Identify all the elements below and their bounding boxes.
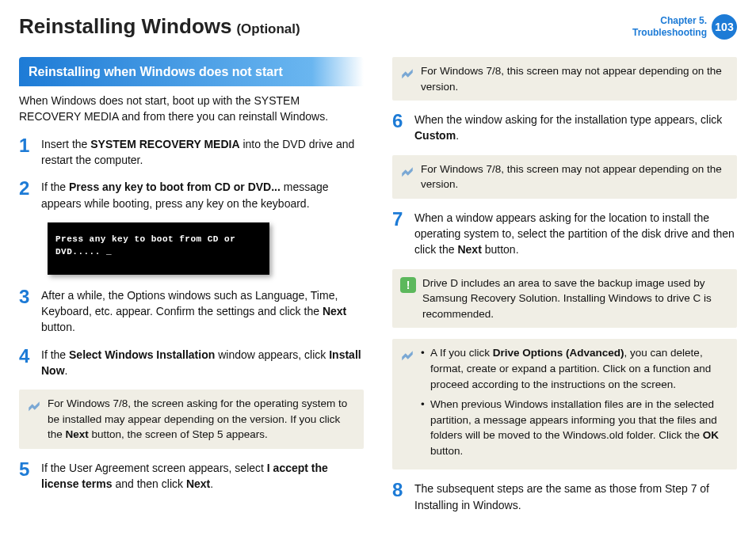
caution-text: Drive D includes an area to save the bac… bbox=[422, 276, 729, 322]
right-column: For Windows 7/8, this screen may not app… bbox=[392, 57, 737, 524]
note-text: For Windows 7/8, this screen may not app… bbox=[421, 162, 729, 192]
intro-text: When Windows does not start, boot up wit… bbox=[19, 93, 364, 125]
step-number: 5 bbox=[19, 460, 33, 492]
chapter-text: Chapter 5. Troubleshooting bbox=[632, 15, 707, 39]
note-box-step4: For Windows 7/8, the screen asking for t… bbox=[19, 390, 364, 449]
step-text: When the window asking for the installat… bbox=[414, 112, 737, 144]
chapter-line2: Troubleshooting bbox=[632, 27, 707, 39]
step-number: 8 bbox=[392, 481, 407, 513]
step-6: 6 When the window asking for the install… bbox=[392, 112, 737, 144]
step-number: 1 bbox=[19, 136, 33, 169]
step-text: If the Select Windows Installation windo… bbox=[41, 347, 364, 379]
step-number: 3 bbox=[19, 287, 33, 336]
page-subtitle: (Optional) bbox=[236, 21, 300, 37]
note-icon bbox=[400, 65, 414, 79]
title-block: Reinstalling Windows (Optional) bbox=[19, 14, 300, 39]
step-5: 5 If the User Agreement screen appears, … bbox=[19, 460, 364, 492]
step-text: If the User Agreement screen appears, se… bbox=[41, 460, 364, 492]
page-header: Reinstalling Windows (Optional) Chapter … bbox=[19, 14, 737, 40]
note-text: For Windows 7/8, this screen may not app… bbox=[421, 63, 729, 94]
list-item: A If you click Drive Options (Advanced),… bbox=[421, 345, 729, 392]
note-box-step6: For Windows 7/8, this screen may not app… bbox=[392, 155, 737, 199]
note-box-top: For Windows 7/8, this screen may not app… bbox=[392, 57, 737, 101]
step-number: 6 bbox=[392, 112, 407, 144]
note-text: A If you click Drive Options (Advanced),… bbox=[421, 345, 729, 463]
step-text: After a while, the Options windows such … bbox=[41, 287, 364, 336]
page-number-badge: 103 bbox=[712, 14, 737, 40]
boot-screen: Press any key to boot from CD or DVD....… bbox=[48, 222, 269, 275]
step-4: 4 If the Select Windows Installation win… bbox=[19, 347, 364, 379]
note-icon bbox=[400, 163, 414, 177]
step-text: Insert the SYSTEM RECOVERY MEDIA into th… bbox=[41, 136, 364, 169]
note-icon bbox=[400, 347, 414, 361]
step-number: 4 bbox=[19, 347, 33, 379]
list-item: When previous Windows installation files… bbox=[421, 397, 729, 458]
step-text: When a window appears asking for the loc… bbox=[414, 210, 737, 258]
step-7: 7 When a window appears asking for the l… bbox=[392, 210, 737, 258]
caution-icon: ! bbox=[400, 277, 416, 293]
step-number: 7 bbox=[392, 210, 407, 258]
step-3: 3 After a while, the Options windows suc… bbox=[19, 287, 364, 336]
page-title: Reinstalling Windows bbox=[19, 14, 231, 39]
section-header: Reinstalling when Windows does not start bbox=[19, 57, 364, 86]
note-box-drive-options: A If you click Drive Options (Advanced),… bbox=[392, 339, 737, 469]
step-8: 8 The subsequent steps are the same as t… bbox=[392, 481, 737, 513]
left-column: Reinstalling when Windows does not start… bbox=[19, 57, 364, 524]
note-list: A If you click Drive Options (Advanced),… bbox=[421, 345, 729, 458]
chapter-block: Chapter 5. Troubleshooting 103 bbox=[632, 14, 737, 40]
step-text: If the Press any key to boot from CD or … bbox=[41, 179, 364, 211]
caution-box: ! Drive D includes an area to save the b… bbox=[392, 269, 737, 329]
note-text: For Windows 7/8, the screen asking for t… bbox=[48, 396, 356, 443]
content-columns: Reinstalling when Windows does not start… bbox=[19, 57, 737, 524]
step-text: The subsequent steps are the same as tho… bbox=[414, 481, 737, 513]
chapter-line1: Chapter 5. bbox=[632, 15, 707, 27]
step-2: 2 If the Press any key to boot from CD o… bbox=[19, 179, 364, 211]
note-icon bbox=[27, 397, 41, 412]
step-number: 2 bbox=[19, 179, 33, 211]
step-1: 1 Insert the SYSTEM RECOVERY MEDIA into … bbox=[19, 136, 364, 169]
